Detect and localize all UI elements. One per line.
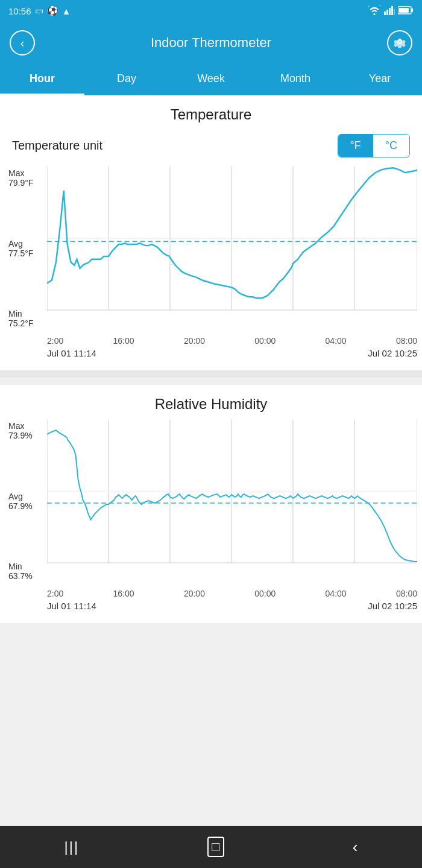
svg-rect-3 [391,6,393,15]
alert-icon: ▲ [62,6,71,16]
back-icon: ‹ [20,36,25,50]
settings-button[interactable] [387,30,412,55]
nav-home-icon[interactable]: □ [207,837,224,857]
temperature-chart [47,166,417,335]
temp-date-start: Jul 01 11:14 [47,348,96,358]
hum-time-4: 04:00 [326,589,347,598]
settings-icon [393,35,406,51]
nav-recents-icon[interactable]: ||| [65,838,80,855]
unit-toggle: °F °C [338,134,410,157]
status-bar: 10:56 ▭ ⚽ ▲ [0,0,422,22]
temp-time-1: 16:00 [113,336,134,346]
status-right [368,5,414,17]
svg-rect-1 [386,10,388,15]
humidity-section: Relative Humidity Max 73.9% Avg 67.9% Mi… [0,385,422,623]
hum-time-0: 2:00 [47,589,63,598]
tab-hour[interactable]: Hour [0,64,84,95]
tab-day-label: Day [117,72,136,85]
svg-rect-4 [394,9,395,15]
humidity-title: Relative Humidity [0,385,422,419]
tab-week-label: Week [197,72,225,85]
svg-rect-0 [384,11,386,15]
hum-min-label: Min 63.7% [8,562,43,581]
temp-time-3: 00:00 [254,336,276,346]
temperature-section: Temperature Temperature unit °F °C Max 7… [0,95,422,370]
hum-time-2: 20:00 [184,589,205,598]
temperature-title: Temperature [0,95,422,129]
hum-avg-label: Avg 67.9% [8,492,43,511]
app-header: ‹ Indoor Thermometer [0,22,422,64]
hum-max-label: Max 73.9% [8,421,43,440]
unit-f-button[interactable]: °F [338,135,373,157]
tab-day[interactable]: Day [84,64,169,95]
hum-date-start: Jul 01 11:14 [47,601,96,611]
tab-hour-label: Hour [30,72,55,85]
tab-year[interactable]: Year [338,64,422,95]
bottom-nav: ||| □ ‹ [0,826,422,868]
temp-time-4: 04:00 [326,336,347,346]
tab-month[interactable]: Month [253,64,338,95]
svg-rect-2 [389,8,391,15]
nav-back-icon[interactable]: ‹ [353,838,358,857]
hum-time-1: 16:00 [113,589,134,598]
globe-icon: ⚽ [47,5,58,16]
screen-icon: ▭ [35,5,43,16]
hum-date-end: Jul 02 10:25 [368,601,417,611]
tab-year-label: Year [369,72,391,85]
wifi-icon [368,5,381,17]
humidity-chart [47,419,417,588]
unit-label: Temperature unit [12,139,102,153]
tab-bar: Hour Day Week Month Year [0,64,422,95]
hum-time-5: 08:00 [396,589,417,598]
temp-avg-label: Avg 77.5°F [8,239,43,258]
unit-row: Temperature unit °F °C [0,129,422,166]
temp-min-label: Min 75.2°F [8,309,43,328]
temp-time-5: 08:00 [396,336,417,346]
temp-date-end: Jul 02 10:25 [368,348,417,358]
tab-month-label: Month [280,72,310,85]
temp-time-2: 20:00 [184,336,205,346]
temp-max-label: Max 79.9°F [8,168,43,188]
battery-icon [398,6,414,16]
section-divider [0,370,422,378]
unit-c-button[interactable]: °C [373,135,409,157]
signal-icon [384,5,395,17]
temp-time-0: 2:00 [47,336,63,346]
hum-time-3: 00:00 [254,589,276,598]
tab-week[interactable]: Week [169,64,253,95]
svg-rect-7 [399,8,409,13]
back-button[interactable]: ‹ [10,30,35,55]
svg-rect-6 [411,8,413,12]
page-title: Indoor Thermometer [151,35,271,51]
time-display: 10:56 [8,6,31,16]
status-left: 10:56 ▭ ⚽ ▲ [8,5,71,16]
